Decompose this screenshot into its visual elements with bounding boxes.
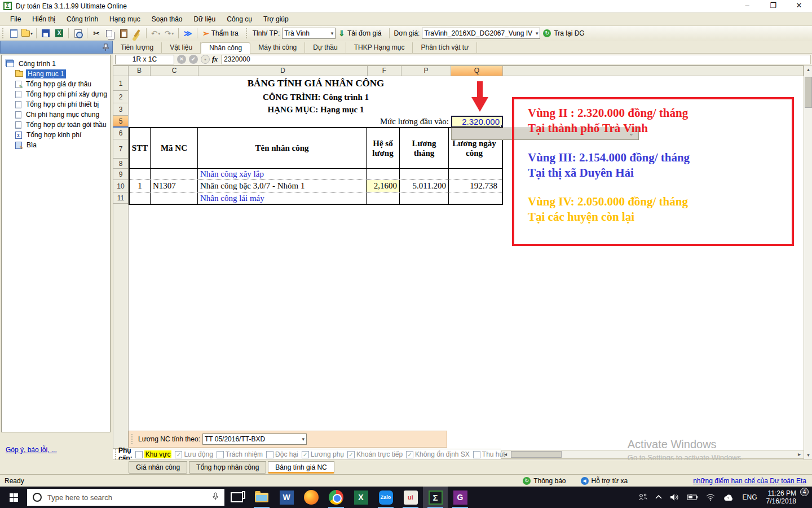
microphone-icon[interactable] [212,492,219,503]
select-all-corner[interactable] [113,65,129,76]
wifi-icon[interactable] [702,494,719,501]
minimize-button[interactable]: – [734,0,760,12]
cancel-icon[interactable]: ✕ [177,55,186,64]
checkbox-khu-vuc[interactable]: Khu vực [135,450,172,458]
menu-soan-thao[interactable]: Soạn thảo [146,14,188,25]
sheet-subtitle-cong-trinh[interactable]: CÔNG TRÌNH: Công trình 1 [129,93,503,102]
cell[interactable] [400,169,449,179]
column-header-D[interactable]: D [198,65,368,76]
cell-luong-ngay[interactable]: 192.738 [449,180,500,192]
formula-input[interactable]: 2320000 [221,55,811,64]
header-he-so-luong[interactable]: Hệ số lương [367,128,400,168]
pushpin-icon[interactable] [103,43,109,51]
cut-button[interactable]: ✂ [90,27,103,40]
taskbar-clock[interactable]: 11:26 PM 7/16/2018 [762,489,801,505]
cell-he-so[interactable]: 2,1600 [367,180,400,192]
column-header-Q[interactable]: Q [451,65,503,76]
tinh-tp-select[interactable]: Trà Vinh ▾ [282,28,336,39]
cell-ma-nc[interactable]: N1307 [151,180,198,192]
taskbar-gpdf[interactable]: G [448,487,473,508]
tree-item-bia[interactable]: Bìa [2,140,110,150]
tree-item-chi-phi-hang-muc-chung[interactable]: Chi phí hạng mục chung [2,110,110,120]
copy-button[interactable] [104,27,116,40]
vertical-scrollbar[interactable]: ▴ ▾ [804,65,812,459]
tree-item-tong-hop-chi-phi-thiet-bi[interactable]: Tổng hợp chi phí thiết bị [2,99,110,110]
luong-nc-select[interactable]: TT 05/2016/TT-BXD ▾ [202,433,307,445]
enter-icon[interactable]: ✔ [189,55,198,64]
menu-du-lieu[interactable]: Dữ liệu [188,14,222,25]
sheet-tab-bang-tinh-gia-nc[interactable]: Bảng tính giá NC [268,461,334,474]
show-hidden-icons-chevron[interactable] [651,495,666,500]
start-button[interactable] [0,487,27,508]
scroll-right-icon[interactable]: ▸ [795,450,804,458]
restore-button[interactable]: ❐ [760,0,786,12]
sheet-title[interactable]: BẢNG TÍNH GIÁ NHÂN CÔNG [129,78,503,89]
group-label-xay-lap[interactable]: Nhân công xây lắp [198,169,367,179]
limitations-link[interactable]: những điểm hạn chế của Dự toán Eta [693,477,806,485]
cell-reference-box[interactable]: 1R x 1C [115,55,174,64]
people-icon[interactable] [634,493,651,501]
ho-tro-button[interactable]: ◄ Hỗ trợ từ xa [581,477,628,485]
checkbox-luong-phu[interactable]: ✓Lương phụ [302,450,344,458]
thong-bao-button[interactable]: ↻ Thông báo [523,477,566,485]
cell-stt[interactable]: 1 [130,180,151,192]
cell[interactable] [400,192,449,204]
taskbar-word[interactable]: W [274,487,299,508]
selected-cell-Q5[interactable]: 2.320.000 [451,116,503,128]
tree-item-tong-hop-kinh-phi[interactable]: Σ Tổng hợp kinh phí [2,130,110,140]
tra-lai-dg-button[interactable]: ↻ Tra lại ĐG [540,28,587,38]
checkbox-khong-on-dinh[interactable]: ✓Không ổn định SX [406,450,470,458]
checkbox-doc-hai[interactable]: Độc hại [266,450,298,458]
header-stt[interactable]: STT [130,128,151,168]
taskbar-eta-app[interactable]: Σ [423,487,448,508]
undo-button[interactable]: ↶▾ [149,27,162,40]
open-button[interactable]: ▾ [21,27,33,40]
close-button[interactable]: ✕ [786,0,812,12]
cell[interactable] [130,192,151,204]
cell[interactable] [449,192,500,204]
checkbox[interactable] [217,451,224,458]
input-salary-label[interactable]: Mức lương đầu vào: [310,117,449,126]
tham-tra-button[interactable]: ➢ Thẩm tra [200,28,244,38]
tab-vat-lieu[interactable]: Vật liệu [162,42,201,54]
column-header-F[interactable]: F [368,65,401,76]
paste-button[interactable] [117,27,130,40]
tree-root-cong-trinh[interactable]: Công trình 1 [2,59,110,69]
cell[interactable] [151,169,198,179]
cell-luong-thang[interactable]: 5.011.200 [400,180,449,192]
tree-item-tong-hop-gia-du-thau[interactable]: Tổng hợp giá dự thầu [2,79,110,89]
row-header-10[interactable]: 10 [113,180,129,192]
row-header-3[interactable]: 3 [113,103,129,116]
menu-cong-cu[interactable]: Công cụ [221,14,258,25]
checkbox-luu-dong[interactable]: ✓Lưu động [175,450,213,458]
language-indicator[interactable]: ENG [738,493,762,501]
header-ma-nc[interactable]: Mã NC [151,128,198,168]
sheet-tab-gia-nhan-cong[interactable]: Giá nhân công [129,461,187,474]
taskbar-file-explorer[interactable] [249,487,274,508]
tree-item-tong-hop-du-toan-goi-thau[interactable]: Tổng hợp dự toán gói thầu [2,120,110,130]
taskbar-excel[interactable]: X [348,487,373,508]
export-excel-button[interactable]: X [53,27,65,40]
row-header-9[interactable]: 9 [113,169,129,180]
menu-hien-thi[interactable]: Hiển thị [27,14,61,25]
volume-icon[interactable] [666,493,683,501]
tab-du-thau[interactable]: Dự thầu [305,42,346,54]
tab-may-thi-cong[interactable]: Máy thi công [250,42,305,54]
tree-item-hang-muc-1[interactable]: Hạng mục 1 [2,69,110,79]
group-label-lai-may[interactable]: Nhân công lái máy [198,192,367,204]
checkbox-khoan-truc-tiep[interactable]: ✓Khoán trực tiếp [347,450,403,458]
tree-item-tong-hop-chi-phi-xay-dung[interactable]: Tổng hợp chi phí xây dựng [2,89,110,99]
taskbar-zalo[interactable]: Zalo [373,487,398,508]
tab-phan-tich-vat-tu[interactable]: Phân tích vật tư [413,42,477,54]
redo-button[interactable]: ↷▾ [163,27,175,40]
checkbox[interactable]: ✓ [406,451,413,458]
tab-nhan-cong[interactable]: Nhân công [201,42,250,54]
options-icon[interactable]: • [201,55,210,64]
tai-don-gia-button[interactable]: ⇓ Tải đơn giá [336,28,386,38]
row-header-7[interactable]: 7 [113,139,129,159]
checkbox[interactable] [135,451,143,458]
cell[interactable] [130,169,151,179]
run-button[interactable]: ≫ [182,27,194,40]
row-header-6[interactable]: 6 [113,128,129,139]
battery-icon[interactable] [683,494,702,501]
